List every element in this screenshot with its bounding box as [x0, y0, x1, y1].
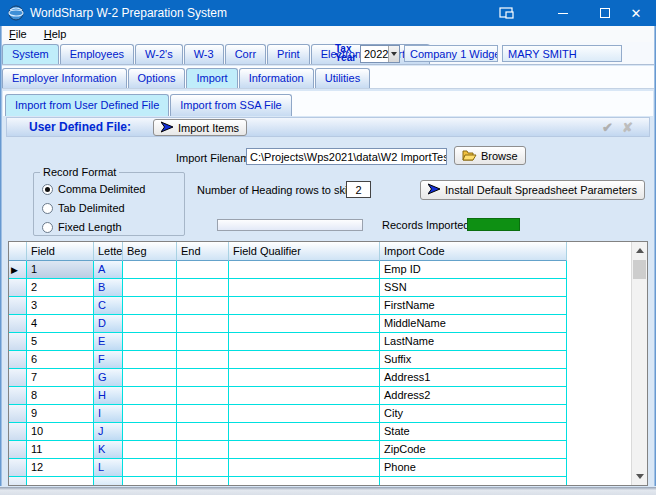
row-selector-cell[interactable] — [9, 441, 27, 459]
row-selector-cell[interactable] — [9, 297, 27, 315]
cell-field[interactable]: 9 — [27, 405, 94, 423]
vertical-scrollbar[interactable] — [631, 242, 647, 485]
tab-employer-information[interactable]: Employer Information — [2, 68, 127, 88]
tab-employees[interactable]: Employees — [60, 44, 134, 64]
header-field-qualifier[interactable]: Field Qualifier — [229, 242, 380, 261]
menu-file[interactable]: File — [9, 28, 27, 40]
import-items-button[interactable]: Import Items — [153, 119, 247, 136]
tab-w3[interactable]: W-3 — [184, 44, 224, 64]
cell-beg[interactable] — [123, 351, 177, 369]
cell-end[interactable] — [177, 315, 229, 333]
header-beg[interactable]: Beg — [123, 242, 177, 261]
cell-field[interactable]: 10 — [27, 423, 94, 441]
tab-information[interactable]: Information — [239, 68, 314, 88]
cell-field-qualifier[interactable] — [229, 297, 380, 315]
cell-field[interactable]: 12 — [27, 459, 94, 477]
tab-system[interactable]: System — [2, 44, 59, 64]
header-import-code[interactable]: Import Code — [380, 242, 567, 261]
cell-end[interactable] — [177, 351, 229, 369]
row-selector-cell[interactable] — [9, 333, 27, 351]
cell-field[interactable]: 3 — [27, 297, 94, 315]
cell-import-code[interactable]: FirstName — [380, 297, 567, 315]
tab-import-ssa[interactable]: Import from SSA File — [170, 94, 291, 116]
tab-corr[interactable]: Corr — [225, 44, 266, 64]
cell-beg[interactable] — [123, 297, 177, 315]
cell-end[interactable] — [177, 297, 229, 315]
cell-field-qualifier[interactable] — [229, 369, 380, 387]
cell-field-qualifier[interactable] — [229, 423, 380, 441]
table-row[interactable]: 4 D MiddleName — [9, 315, 631, 333]
confirm-check-icon[interactable]: ✔ — [602, 120, 613, 135]
cell-import-code[interactable]: Suffix — [380, 351, 567, 369]
cell-end[interactable] — [177, 369, 229, 387]
cell-import-code[interactable] — [380, 477, 567, 485]
cell-letter[interactable]: J — [94, 423, 123, 441]
cell-import-code[interactable]: City — [380, 405, 567, 423]
cell-field[interactable]: 4 — [27, 315, 94, 333]
cell-field[interactable]: 2 — [27, 279, 94, 297]
row-selector-cell[interactable] — [9, 369, 27, 387]
chevron-down-icon[interactable] — [388, 46, 399, 62]
cancel-x-icon[interactable]: ✘ — [622, 120, 633, 135]
table-row[interactable]: 11 K ZipCode — [9, 441, 631, 459]
row-selector-cell[interactable] — [9, 279, 27, 297]
cell-field[interactable]: 1 — [27, 261, 94, 279]
table-row[interactable]: 12 L Phone — [9, 459, 631, 477]
row-selector-cell[interactable] — [9, 477, 27, 485]
cell-end[interactable] — [177, 387, 229, 405]
cell-letter[interactable]: C — [94, 297, 123, 315]
cell-field-qualifier[interactable] — [229, 405, 380, 423]
cell-field-qualifier[interactable] — [229, 315, 380, 333]
scroll-down-icon[interactable] — [632, 468, 647, 485]
cell-letter[interactable]: F — [94, 351, 123, 369]
tax-year-select[interactable]: 2022 — [360, 45, 400, 63]
row-selector-cell[interactable] — [9, 387, 27, 405]
cell-end[interactable] — [177, 423, 229, 441]
minimize-button[interactable] — [543, 0, 583, 26]
table-row[interactable]: 10 J State — [9, 423, 631, 441]
cell-letter[interactable]: L — [94, 459, 123, 477]
tab-utilities[interactable]: Utilities — [315, 68, 370, 88]
scroll-up-icon[interactable] — [632, 242, 647, 259]
table-row[interactable]: 7 G Address1 — [9, 369, 631, 387]
install-defaults-button[interactable]: Install Default Spreadsheet Parameters — [420, 180, 645, 200]
cell-field[interactable]: 8 — [27, 387, 94, 405]
cell-beg[interactable] — [123, 477, 177, 485]
cell-beg[interactable] — [123, 405, 177, 423]
row-selector-cell[interactable] — [9, 459, 27, 477]
table-row[interactable] — [9, 477, 631, 485]
cell-end[interactable] — [177, 261, 229, 279]
cell-import-code[interactable]: State — [380, 423, 567, 441]
radio-icon[interactable] — [42, 222, 53, 233]
cell-import-code[interactable]: Address2 — [380, 387, 567, 405]
cell-end[interactable] — [177, 333, 229, 351]
row-selector-cell[interactable] — [9, 351, 27, 369]
radio-icon[interactable] — [42, 184, 53, 195]
cell-import-code[interactable]: Address1 — [380, 369, 567, 387]
cell-beg[interactable] — [123, 387, 177, 405]
cell-beg[interactable] — [123, 369, 177, 387]
cell-import-code[interactable]: Emp ID — [380, 261, 567, 279]
cell-letter[interactable]: E — [94, 333, 123, 351]
cell-end[interactable] — [177, 477, 229, 485]
cell-letter[interactable]: G — [94, 369, 123, 387]
row-selector-cell[interactable] — [9, 261, 27, 279]
cell-import-code[interactable]: LastName — [380, 333, 567, 351]
tab-import-user-defined[interactable]: Import from User Defined File — [5, 94, 169, 116]
cell-field-qualifier[interactable] — [229, 279, 380, 297]
cell-field-qualifier[interactable] — [229, 351, 380, 369]
cell-import-code[interactable]: SSN — [380, 279, 567, 297]
menu-help[interactable]: Help — [44, 28, 67, 40]
table-row[interactable]: 3 C FirstName — [9, 297, 631, 315]
tab-print[interactable]: Print — [267, 44, 310, 64]
cell-field[interactable]: 5 — [27, 333, 94, 351]
cell-end[interactable] — [177, 459, 229, 477]
cell-letter[interactable]: K — [94, 441, 123, 459]
tab-w2s[interactable]: W-2's — [135, 44, 183, 64]
scrollbar-thumb[interactable] — [633, 260, 646, 279]
cell-beg[interactable] — [123, 459, 177, 477]
cell-beg[interactable] — [123, 315, 177, 333]
radio-fixed-length[interactable]: Fixed Length — [42, 221, 122, 233]
cell-field-qualifier[interactable] — [229, 333, 380, 351]
cell-end[interactable] — [177, 441, 229, 459]
